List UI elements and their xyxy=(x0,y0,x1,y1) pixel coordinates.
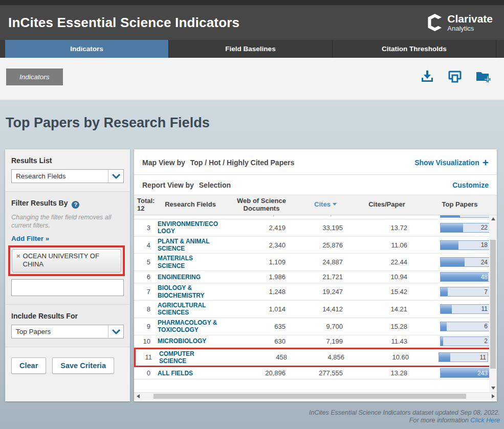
table-row-highlighted[interactable]: 11 COMPUTER SCIENCE 458 4,856 10.60 11 xyxy=(134,348,497,368)
table-row[interactable]: 8 AGRICULTURAL SCIENCES 1,014 14,412 14.… xyxy=(134,301,497,318)
top-papers-bar[interactable]: 22 xyxy=(440,223,490,233)
top-papers-count: 2 xyxy=(484,337,488,345)
scroll-left-icon[interactable] xyxy=(134,393,142,400)
top-papers-count: 6 xyxy=(484,323,488,330)
show-visualization-label: Show Visualization xyxy=(414,159,479,167)
chevron-down-icon xyxy=(108,170,123,183)
cell-wos-documents: 2,340 xyxy=(223,241,300,249)
add-folder-icon[interactable] xyxy=(475,69,491,83)
research-field-link[interactable]: ENGINEERING xyxy=(158,274,201,281)
research-field-link[interactable]: AGRICULTURAL SCIENCES xyxy=(158,302,219,317)
table-row[interactable]: 0 ALL FIELDS 20,896 277,555 13.28 243 xyxy=(134,367,497,379)
clarivate-brand: Clarivate Analytics xyxy=(428,13,493,32)
research-field-link[interactable]: ALL FIELDS xyxy=(158,370,193,377)
row-rank: 7 xyxy=(134,288,158,296)
table-row[interactable]: 2 CHEMISTRY 2,554 39,522 15.47 19 xyxy=(134,215,497,219)
column-wos-documents[interactable]: Web of Science Documents xyxy=(223,195,300,215)
cell-cites: 14,412 xyxy=(300,305,351,313)
clear-button[interactable]: Clear xyxy=(11,357,46,374)
row-rank: 2 xyxy=(134,215,158,217)
remove-filter-icon[interactable]: × xyxy=(16,252,20,269)
vertical-scrollbar-thumb[interactable] xyxy=(490,240,496,369)
row-rank: 6 xyxy=(134,273,158,281)
top-papers-count: 22 xyxy=(481,224,488,231)
top-papers-bar[interactable]: 11 xyxy=(439,352,488,362)
column-research-fields[interactable]: Research Fields xyxy=(158,199,223,211)
table-row[interactable]: 10 MICROBIOLOGY 630 7,199 11.43 2 xyxy=(134,335,497,348)
report-view-value[interactable]: Selection xyxy=(199,181,231,189)
top-papers-count: 48 xyxy=(481,274,488,281)
cell-cites: 19,247 xyxy=(300,288,351,296)
download-icon[interactable] xyxy=(420,69,434,83)
include-results-select[interactable]: Top Papers xyxy=(11,325,124,338)
tab-citation-thresholds[interactable]: Citation Thresholds xyxy=(333,40,496,58)
top-papers-bar-fill xyxy=(441,305,452,313)
top-papers-bar[interactable]: 7 xyxy=(440,287,490,297)
cell-wos-documents: 630 xyxy=(223,337,300,345)
row-rank: 0 xyxy=(134,369,158,377)
cell-cites-per-paper: 10.60 xyxy=(353,353,424,361)
brand-sub: Analytics xyxy=(447,25,493,32)
top-papers-bar-fill xyxy=(441,337,443,346)
table-body: 2 CHEMISTRY 2,554 39,522 15.47 19 3 ENVI… xyxy=(134,215,497,392)
top-papers-bar[interactable]: 2 xyxy=(440,336,490,346)
research-field-link[interactable]: BIOLOGY & BIOCHEMISTRY xyxy=(158,284,219,299)
horizontal-scrollbar-thumb[interactable] xyxy=(154,394,466,399)
map-view-value[interactable]: Top / Hot / Highly Cited Papers xyxy=(190,159,295,167)
research-field-link[interactable]: PHARMACOLOGY & TOXICOLOGY xyxy=(158,319,219,334)
tab-field-baselines[interactable]: Field Baselines xyxy=(169,40,333,58)
scroll-down-icon[interactable] xyxy=(489,385,497,392)
brand-name: Clarivate xyxy=(447,13,493,24)
table-row[interactable]: 4 PLANT & ANIMAL SCIENCE 2,340 25,876 11… xyxy=(134,237,497,254)
column-top-papers[interactable]: Top Papers xyxy=(423,199,497,211)
top-papers-bar[interactable]: 243 xyxy=(440,368,490,378)
filter-tag-ocean-university[interactable]: × OCEAN UNIVERSITY OF CHINA xyxy=(12,249,121,273)
results-list-select[interactable]: Research Fields xyxy=(11,169,124,183)
help-icon[interactable]: ? xyxy=(72,201,79,209)
filter-input[interactable] xyxy=(11,279,124,296)
cell-cites-per-paper: 13.28 xyxy=(351,369,423,377)
cell-wos-documents: 1,986 xyxy=(223,273,300,281)
report-view-label: Report View by xyxy=(142,181,194,189)
top-papers-bar[interactable]: 48 xyxy=(440,272,490,282)
top-papers-bar[interactable]: 24 xyxy=(440,257,490,267)
row-rank: 5 xyxy=(134,258,158,266)
cell-wos-documents: 1,109 xyxy=(223,258,300,266)
research-field-link[interactable]: ENVIRONMENT/ECOLOGY xyxy=(158,220,219,235)
scroll-up-icon[interactable] xyxy=(489,215,497,223)
research-field-link[interactable]: MICROBIOLOGY xyxy=(158,337,206,345)
add-filter-link[interactable]: Add Filter » xyxy=(11,235,49,242)
research-field-link[interactable]: MATERIALS SCIENCE xyxy=(158,255,219,269)
table-row[interactable]: 6 ENGINEERING 1,986 21,721 10.94 48 xyxy=(134,271,497,283)
research-field-link[interactable]: COMPUTER SCIENCE xyxy=(159,350,221,365)
top-papers-bar[interactable]: 18 xyxy=(440,240,490,250)
breadcrumb-indicators-button[interactable]: Indicators xyxy=(6,69,63,85)
table-row[interactable]: 7 BIOLOGY & BIOCHEMISTRY 1,248 19,247 15… xyxy=(134,283,497,301)
top-papers-bar[interactable]: 6 xyxy=(440,322,490,331)
results-list-label: Results List xyxy=(11,156,124,165)
column-cites-sorted[interactable]: Cites xyxy=(300,199,351,211)
cell-cites: 9,700 xyxy=(300,323,351,330)
horizontal-scrollbar[interactable] xyxy=(134,392,497,400)
top-papers-bar[interactable]: 11 xyxy=(440,304,490,314)
cell-wos-documents: 20,896 xyxy=(223,369,300,377)
print-icon[interactable] xyxy=(448,69,462,83)
research-field-link[interactable]: CHEMISTRY xyxy=(158,215,193,217)
vertical-scrollbar[interactable] xyxy=(489,215,497,392)
dataset-footer: InCites Essential Science Indicators dat… xyxy=(309,409,500,425)
tab-indicators[interactable]: Indicators xyxy=(5,40,169,58)
save-criteria-button[interactable]: Save Criteria xyxy=(52,357,114,374)
top-papers-bar[interactable]: 19 xyxy=(440,215,490,218)
click-here-link[interactable]: Click Here xyxy=(470,417,500,424)
more-info-text: For more information xyxy=(409,417,469,424)
table-row[interactable]: 3 ENVIRONMENT/ECOLOGY 2,419 33,195 13.72… xyxy=(134,219,497,237)
filter-tag-label: OCEAN UNIVERSITY OF CHINA xyxy=(23,252,117,269)
table-row[interactable]: 9 PHARMACOLOGY & TOXICOLOGY 635 9,700 15… xyxy=(134,318,497,335)
scroll-right-icon[interactable] xyxy=(489,393,497,400)
column-cites-per-paper[interactable]: Cites/Paper xyxy=(351,199,423,211)
customize-link[interactable]: Customize xyxy=(452,181,489,189)
top-papers-count: 243 xyxy=(477,370,488,377)
table-row[interactable]: 5 MATERIALS SCIENCE 1,109 24,887 22.44 2… xyxy=(134,254,497,271)
show-visualization-link[interactable]: Show Visualization + xyxy=(414,157,489,168)
research-field-link[interactable]: PLANT & ANIMAL SCIENCE xyxy=(158,238,219,253)
